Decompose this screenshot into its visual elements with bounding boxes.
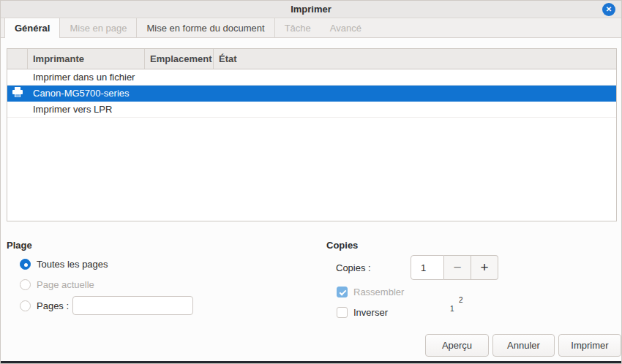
tab-avance: Avancé [321, 18, 371, 37]
pages-range-input[interactable] [72, 296, 193, 315]
copies-stepper: 1 − + [411, 255, 498, 280]
collate-checkbox-row: Rassembler [337, 287, 404, 297]
decrease-copies-button[interactable]: − [444, 255, 471, 280]
print-button[interactable]: Imprimer [558, 334, 621, 357]
tab-mise-en-page: Mise en page [60, 18, 137, 37]
tab-general[interactable]: Général [4, 18, 60, 38]
header-icon-column [7, 49, 28, 69]
radio-button-icon[interactable] [20, 300, 31, 311]
collate-label: Rassembler [353, 287, 404, 297]
collation-page-1: 1 [450, 305, 454, 313]
print-dialog: Imprimer ✕ Général Mise en page Mise en … [0, 0, 622, 364]
printer-name: Imprimer dans un fichier [28, 72, 145, 83]
radio-button-icon [20, 279, 31, 290]
increase-copies-button[interactable]: + [471, 255, 498, 280]
table-row-canon-printer[interactable]: Canon-MG5700-series [7, 86, 616, 102]
screen-edge-strip [1, 361, 621, 364]
printer-list-header: Imprimante Emplacement État [7, 49, 616, 69]
radio-label: Page actuelle [37, 279, 94, 290]
cancel-button[interactable]: Annuler [492, 334, 555, 357]
reverse-checkbox-row[interactable]: Inverser [337, 307, 388, 318]
collate-checkbox [337, 287, 348, 297]
copies-section-title: Copies [326, 240, 358, 251]
copies-value-input[interactable]: 1 [411, 255, 444, 280]
radio-label: Pages : [37, 300, 69, 311]
reverse-checkbox[interactable] [337, 307, 348, 318]
radio-label: Toutes les pages [37, 259, 108, 270]
printer-list: Imprimante Emplacement État Imprimer dan… [7, 48, 617, 221]
radio-pages[interactable]: Pages : [20, 300, 69, 311]
tab-tache: Tâche [275, 18, 321, 37]
close-icon[interactable]: ✕ [602, 3, 615, 16]
collation-page-2: 2 [459, 296, 463, 304]
table-row-print-to-file[interactable]: Imprimer dans un fichier [7, 69, 616, 86]
radio-all-pages[interactable]: Toutes les pages [20, 259, 108, 270]
printer-icon [12, 87, 23, 99]
header-imprimante[interactable]: Imprimante [28, 49, 145, 69]
radio-button-icon[interactable] [20, 259, 31, 270]
printer-name: Canon-MG5700-series [28, 88, 145, 99]
range-section-title: Plage [7, 240, 32, 251]
table-row-print-to-lpr[interactable]: Imprimer vers LPR [7, 102, 616, 118]
header-etat[interactable]: État [214, 49, 616, 69]
copies-label: Copies : [336, 262, 371, 273]
tab-bar: Général Mise en page Mise en forme du do… [1, 18, 621, 38]
tab-mise-en-forme-du-document[interactable]: Mise en forme du document [137, 18, 274, 37]
titlebar: Imprimer ✕ [1, 1, 621, 18]
preview-button[interactable]: Aperçu [425, 334, 489, 357]
printer-name: Imprimer vers LPR [28, 104, 145, 115]
reverse-label: Inverser [353, 307, 388, 318]
header-emplacement[interactable]: Emplacement [145, 49, 214, 69]
radio-current-page: Page actuelle [20, 279, 94, 290]
dialog-title: Imprimer [291, 4, 331, 15]
